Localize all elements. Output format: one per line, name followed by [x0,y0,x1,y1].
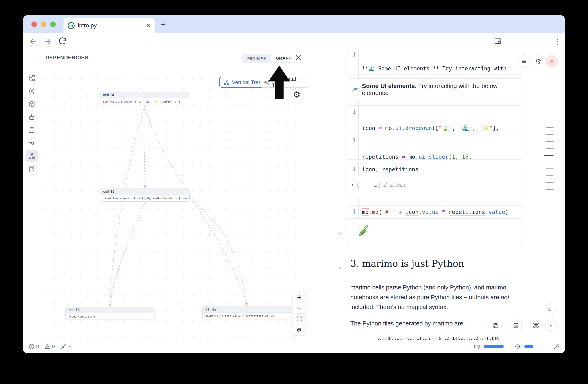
warnings-indicator[interactable]: 0 [44,344,55,350]
line-number: 1 [346,134,356,143]
command-icon: ⌘ [532,321,539,329]
run-button[interactable] [545,320,557,332]
notebook-pane: 1 **🌊 Some UI elements.** Try interactin… [309,50,565,340]
back-icon[interactable] [29,38,37,46]
hamburger-icon [521,58,527,64]
zoom-in-button[interactable]: + [293,292,305,303]
ai-sparkle-icon[interactable] [553,343,560,350]
node-port [144,201,146,203]
traffic-light-close[interactable] [31,21,37,27]
traffic-light-zoom[interactable] [50,21,56,27]
node-code: mo.md("# " + icon.value * repetitions.va… [203,313,292,319]
tab-search-icon[interactable] [494,38,502,46]
cpu-usage-bar [524,345,533,348]
ellipsis: …] [374,182,381,188]
paragraph-line: marimo cells parse Python (and only Pyth… [350,284,506,291]
code-line: **🌊 Some UI elements.** Try interacting … [362,65,507,73]
shortcuts-button[interactable]: ⌘ [530,320,542,331]
dependencies-header: DEPENDENCIES MINIMAP GRAPH [40,50,309,65]
node-port [144,188,146,190]
paragraph-line: notebooks are stored as pure Python file… [350,294,509,301]
vertical-tree-button[interactable]: Vertical Tree [219,77,266,88]
shutdown-button[interactable] [546,56,558,67]
zoom-out-button[interactable]: − [293,303,305,314]
settings-button[interactable]: ⚙ [532,56,544,67]
collapsed-output[interactable]: › [ …] 2 Items [346,176,523,193]
code-line: repetitions = mo.ui.slider(1, 16, [362,153,475,161]
node-port [109,319,111,321]
close-icon [549,58,555,64]
save-button[interactable] [490,320,502,331]
code-line: icon, repetitions [359,163,419,176]
node-port [143,104,146,106]
wave-emoji [352,86,359,93]
tab-close-icon[interactable]: ✕ [146,22,151,29]
scrubber-current-cell[interactable] [544,155,554,155]
horizontal-tree-button[interactable]: Horizontal Tree [260,77,309,88]
variables-icon[interactable] [26,85,38,97]
layout-button[interactable] [510,320,522,331]
warning-icon [44,344,50,350]
node-port [143,91,146,93]
node-code: repetitions = mo.ui.slider(1, 16, label=… [100,195,189,201]
node-title: cell-17 [203,307,292,313]
file-explorer-icon[interactable] [26,72,38,84]
stop-button[interactable] [544,303,556,315]
stop-icon [547,306,553,312]
cell-output [346,219,523,237]
zoom-controls: + − [293,292,306,335]
markdown-editor-cell[interactable]: 1 **🌊 Some UI elements.** Try interactin… [346,50,523,75]
locate-node-button[interactable] [293,325,305,335]
section-collapse-chevron-icon[interactable]: ⌄ [338,263,343,270]
browser-menu-icon[interactable]: ⋮ [554,38,560,46]
app-sidebar [23,50,40,340]
code-cell-icon-repetitions[interactable]: 1 icon, repetitions › [ …] 2 Items [346,163,523,198]
graph-settings-icon[interactable]: ⚙ [293,91,301,99]
snippets-search-icon[interactable] [26,137,38,149]
ai-assistant-icon[interactable] [26,111,38,123]
graph-node-cell-16[interactable]: cell-16 icon, repetitions [65,307,154,320]
notebook-menu-button[interactable] [518,56,530,67]
item-count: 2 Items [383,182,407,188]
errors-indicator[interactable]: 0 [28,344,39,350]
fit-view-button[interactable] [293,314,305,325]
packages-icon[interactable] [26,98,38,110]
scratchpad-icon[interactable] [26,124,38,136]
section-heading: 3. marimo is just Python [350,258,464,269]
memory-icon [474,343,481,350]
vertical-tree-label: Vertical Tree [232,79,262,86]
warning-count: 0 [52,344,55,349]
node-port [246,319,248,321]
panel-title: DEPENDENCIES [45,55,88,61]
code-cell-dropdown[interactable]: 1 icon = mo.ui.dropdown(["🍃", "🌊", "✨"],… [346,105,523,131]
bracket: [ [356,182,359,188]
code-cell-slider[interactable]: 1 repetitions = mo.ui.slider(1, 16, labe… [346,134,523,160]
panel-close-icon[interactable] [295,54,302,61]
code-cell-md[interactable]: 1 mo.md("# " + icon.value * repetitions.… [346,205,523,246]
reload-icon[interactable] [58,38,67,46]
cell-collapse-chevron-icon[interactable]: ⌄ [338,228,343,235]
new-tab-button[interactable]: + [161,20,165,28]
graph-node-cell-15[interactable]: cell-15 repetitions = mo.ui.slider(1, 16… [100,189,190,202]
disconnected-plug-icon [60,344,66,350]
vertical-tree-icon [224,79,230,85]
forward-icon[interactable] [44,38,52,46]
tab-graph[interactable]: GRAPH [271,54,296,62]
graph-node-cell-14[interactable]: cell-14 icon = mo.ui.dropdown(["🍃", "🌊",… [100,92,189,105]
status-bar: 0 0 [23,340,565,353]
help-icon[interactable] [26,163,38,174]
tab-strip: m intro.py ✕ + [23,15,565,33]
node-port [246,305,248,307]
expand-caret-icon[interactable]: › [351,182,354,188]
graph-canvas[interactable]: Vertical Tree Horizontal Tree ⚙ cell-14 … [40,65,309,340]
traffic-light-minimize[interactable] [41,21,46,27]
browser-tab[interactable]: m intro.py ✕ [63,18,155,33]
error-icon [28,344,35,350]
chevron-down-icon [68,344,73,349]
graph-node-cell-17[interactable]: cell-17 mo.md("# " + icon.value * repeti… [202,306,292,319]
save-icon [493,322,499,328]
runtime-connection-menu[interactable] [60,344,73,350]
line-number: 1 [346,163,356,172]
tab-minimap[interactable]: MINIMAP [243,54,271,62]
dependency-graph-icon[interactable] [26,150,38,162]
